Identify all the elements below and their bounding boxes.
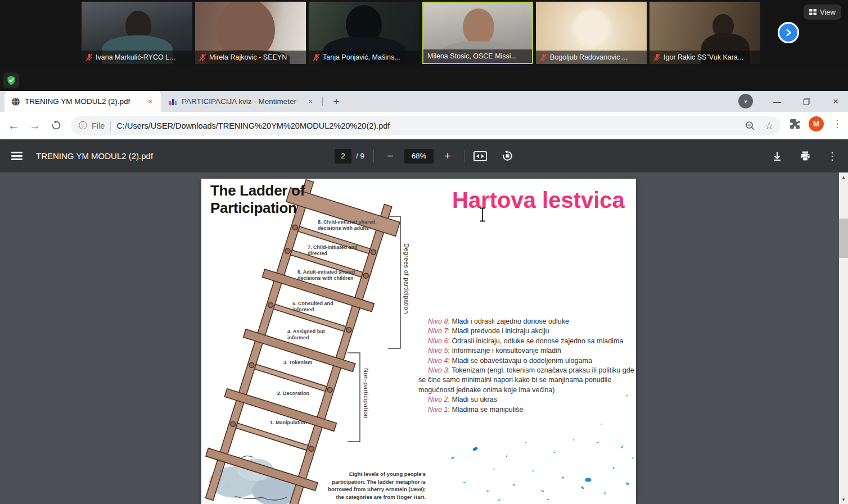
bracket-label-degrees: Degrees of participation (403, 243, 410, 314)
participant-name: Mirela Rajkovic - SEEYN (209, 53, 287, 61)
meeting-strip: Ivana Markulić-RYCO L... Mirela Rajkovic… (0, 0, 848, 66)
participant-tile[interactable]: Mirela Rajkovic - SEEYN (195, 2, 306, 64)
pdf-more-options-button[interactable]: ⋮ (828, 150, 837, 162)
address-toolbar: ← → ⓘ File C:/Users/USER/Downloads/TRENI… (0, 112, 848, 139)
zoom-out-button[interactable]: − (383, 149, 398, 164)
participant-name-bar: Igor Rakic SS"Vuk Kara... (649, 51, 760, 64)
participant-name-bar: Ivana Markulić-RYCO L... (82, 51, 192, 64)
tab-strip: TRENING YM MODUL2 (2).pdf × PARTICIPACIJ… (0, 91, 848, 112)
url-divider (110, 121, 111, 131)
print-icon (800, 151, 811, 162)
print-button[interactable] (800, 151, 811, 162)
fit-to-page-button[interactable] (473, 151, 487, 161)
level-label: Nivo 8 (428, 317, 448, 325)
ladder-rung-label: 5. Consulted and informed (292, 301, 333, 313)
extensions-puzzle-icon[interactable] (790, 119, 800, 129)
mic-muted-icon (313, 53, 320, 61)
toolbar-divider (464, 150, 464, 162)
ladder-rung-label: 7. Child-initiated and directed (308, 244, 358, 257)
participant-tile[interactable]: Ivana Markulić-RYCO L... (82, 2, 192, 64)
level-text: : Informisanje i konsultovanje mladih (448, 347, 561, 355)
level-label: Nivo 7 (428, 327, 448, 335)
omnibox[interactable]: ⓘ File C:/Users/USER/Downloads/TRENING%2… (71, 116, 781, 135)
chevron-right-icon (784, 28, 793, 37)
download-button[interactable] (772, 151, 783, 162)
minimize-icon: — (773, 97, 781, 106)
tab-close-button[interactable]: × (305, 97, 315, 107)
pdf-content-area: The Ladder of Participation Hartova lest… (0, 172, 848, 504)
participant-tiles: Ivana Markulić-RYCO L... Mirela Rajkovic… (82, 2, 760, 64)
participant-tile[interactable]: Tanja Ponjavić, Mašins... (309, 2, 420, 64)
participant-tile[interactable]: Igor Rakic SS"Vuk Kara... (649, 2, 760, 64)
pdf-menu-button[interactable] (11, 152, 22, 160)
reload-icon (51, 120, 61, 130)
level-line: Nivo 6: Odrasli iniciraju, odluke se don… (418, 337, 636, 346)
rotate-button[interactable] (502, 150, 513, 162)
globe-favicon (11, 97, 20, 106)
level-line: Nivo 7: Mladi predvode i iniciraju akcij… (418, 326, 636, 336)
level-text: : Mladima se manipuliše (448, 406, 523, 414)
ladder-rung-label: 2. Decoration (277, 391, 309, 397)
tab-pdf[interactable]: TRENING YM MODUL2 (2).pdf × (4, 91, 161, 112)
mic-muted-icon (653, 53, 661, 61)
window-close-button[interactable]: × (824, 91, 847, 112)
profile-avatar[interactable]: M (809, 116, 824, 131)
tab-mentimeter[interactable]: PARTICIPACIJA kviz - Mentimeter × (161, 91, 321, 112)
level-text: : Mladi i odrasli zajedno donose odluke (448, 317, 569, 325)
level-line: Nivo 4: Mladi se obaveštavaju o dodeljen… (418, 356, 636, 366)
level-line: Nivo 3: Tokenizam (engl. tokenism označa… (418, 366, 636, 395)
download-icon (772, 151, 783, 162)
scrollbar-track[interactable]: ▲ ▼ (839, 172, 848, 504)
pdf-toolbar: TRENING YM MODUL2 (2).pdf 2 / 9 − 68% + (0, 139, 848, 172)
desktop-background (0, 66, 848, 91)
level-text: : Mladi su ukras (448, 396, 497, 403)
url-scheme-label: File (92, 121, 105, 130)
level-label: Nivo 1 (428, 406, 448, 414)
next-participants-button[interactable] (778, 22, 799, 43)
pdf-document-title: TRENING YM MODUL2 (2).pdf (36, 151, 153, 161)
levels-text-block: Nivo 8: Mladi i odrasli zajedno donose o… (418, 317, 636, 415)
zoom-in-button[interactable]: + (440, 149, 455, 164)
participant-name-bar: Mirela Rajkovic - SEEYN (195, 51, 306, 64)
page-info-icon[interactable]: ⓘ (79, 120, 87, 131)
mic-muted-icon (540, 53, 547, 61)
mic-muted-icon (199, 53, 206, 61)
maximize-button[interactable] (795, 91, 818, 112)
bracket-label-nonparticipation: Non-participation (363, 368, 369, 419)
participant-silhouette-head (463, 8, 494, 46)
view-button-label: View (820, 8, 836, 16)
view-button[interactable]: View (804, 4, 841, 20)
back-button[interactable]: ← (4, 116, 22, 134)
scrollbar-thumb[interactable] (839, 219, 848, 258)
level-label: Nivo 2 (428, 396, 448, 403)
scroll-up-button[interactable]: ▲ (839, 172, 848, 181)
tab-title: PARTICIPACIJA kviz - Mentimeter (182, 97, 301, 106)
bookmark-star-button[interactable]: ☆ (765, 120, 774, 132)
fit-page-icon (473, 151, 487, 161)
grid-view-icon (809, 9, 817, 15)
level-label: Nivo 5 (428, 347, 448, 355)
page-number-input[interactable]: 2 (335, 149, 351, 164)
new-tab-button[interactable]: + (329, 94, 344, 109)
page-count: / 9 (356, 152, 364, 160)
tab-close-button[interactable]: × (145, 97, 155, 107)
ladder-rung-label: 8. Child-initiated shared decisions with… (318, 219, 375, 231)
text-cursor (479, 207, 486, 223)
browser-menu-button[interactable]: ⋮ (832, 118, 841, 130)
level-label: Nivo 6 (428, 337, 448, 345)
participant-name: Milena Stosic, OSCE Missi... (427, 52, 517, 60)
participant-tile[interactable]: Bogoljub Radovanovic ... (536, 2, 647, 64)
minimize-button[interactable]: — (766, 91, 788, 112)
tab-search-button[interactable]: ▾ (738, 94, 753, 108)
mentimeter-favicon (168, 97, 177, 106)
level-text: : Tokenizam (engl. tokenism označava pra… (418, 366, 634, 394)
forward-button[interactable]: → (26, 116, 44, 134)
zoom-out-page-icon[interactable] (745, 121, 755, 131)
antivirus-shield-icon[interactable] (3, 72, 19, 88)
reload-button[interactable] (47, 116, 65, 134)
level-text: : Odrasli iniciraju, odluke se donose za… (448, 337, 623, 345)
scroll-down-button[interactable]: ▼ (839, 495, 848, 504)
participant-tile[interactable]: Milena Stosic, OSCE Missi... (422, 2, 533, 64)
level-line: Nivo 5: Informisanje i konsultovanje mla… (418, 346, 636, 356)
tab-title: TRENING YM MODUL2 (2).pdf (25, 97, 141, 106)
